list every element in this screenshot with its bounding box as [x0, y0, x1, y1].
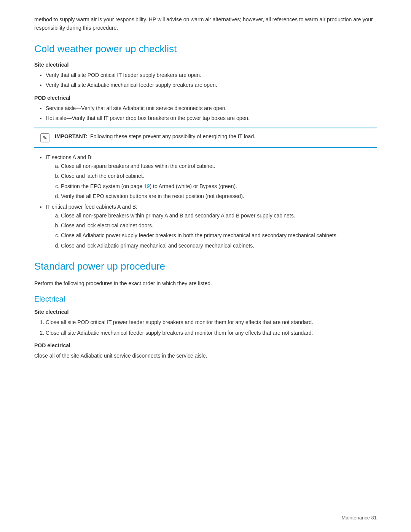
- important-box: ✎ IMPORTANT: Following these steps preve…: [34, 128, 377, 148]
- svg-text:✎: ✎: [43, 135, 47, 141]
- page-footer: Maintenance 81: [341, 515, 377, 521]
- pod-electrical-label-2: POD electrical: [34, 342, 377, 348]
- site-electrical-bullets-1: Verify that all site POD critical IT fee…: [34, 71, 377, 89]
- list-item: Close and latch the control cabinet.: [61, 172, 377, 180]
- list-item: Close all Adiabatic power supply feeder …: [61, 231, 377, 240]
- list-item: Close all non-spare breakers and fuses w…: [61, 162, 377, 170]
- cold-weather-heading: Cold weather power up checklist: [34, 43, 377, 55]
- list-item: IT sections A and B: Close all non-spare…: [46, 153, 377, 200]
- list-item: IT critical power feed cabinets A and B:…: [46, 203, 377, 250]
- standard-power-heading: Standard power up procedure: [34, 260, 377, 272]
- site-electrical-label-1: Site electrical: [34, 62, 377, 68]
- list-item: Close all site Adiabatic mechanical feed…: [46, 329, 377, 337]
- it-sections-list: IT sections A and B: Close all non-spare…: [34, 153, 377, 250]
- site-electrical-label-2: Site electrical: [34, 309, 377, 315]
- it-sections-steps: Close all non-spare breakers and fuses w…: [46, 162, 377, 201]
- list-item: Verify that all EPO activation buttons a…: [61, 192, 377, 200]
- important-text: IMPORTANT: Following these steps prevent…: [55, 132, 255, 141]
- list-item: Close and lock electrical cabinet doors.: [61, 221, 377, 230]
- list-item: Close and lock Adiabatic primary mechani…: [61, 241, 377, 250]
- pod-electrical-bullets-1: Service aisle—Verify that all site Adiab…: [34, 104, 377, 123]
- list-item: Hot aisle—Verify that all IT power drop …: [46, 114, 377, 122]
- list-item: Service aisle—Verify that all site Adiab…: [46, 104, 377, 112]
- important-icon: ✎: [40, 133, 50, 143]
- list-item: Position the EPO system (on page 19) to …: [61, 182, 377, 190]
- list-item: Close all site POD critical IT power fee…: [46, 318, 377, 326]
- list-item: Verify that all site Adiabatic mechanica…: [46, 81, 377, 89]
- electrical-subheading: Electrical: [34, 295, 377, 304]
- site-electrical-steps: Close all site POD critical IT power fee…: [34, 318, 377, 337]
- epo-page-link[interactable]: 19: [144, 183, 150, 189]
- pod-close-text: Close all of the site Adiabatic unit ser…: [34, 351, 377, 360]
- list-item: Close all non-spare breakers within prim…: [61, 211, 377, 220]
- intro-paragraph: method to supply warm air is your respon…: [34, 15, 377, 32]
- pod-electrical-label-1: POD electrical: [34, 95, 377, 101]
- list-item: Verify that all site POD critical IT fee…: [46, 71, 377, 79]
- standard-power-intro: Perform the following procedures in the …: [34, 279, 377, 288]
- it-critical-steps: Close all non-spare breakers within prim…: [46, 211, 377, 250]
